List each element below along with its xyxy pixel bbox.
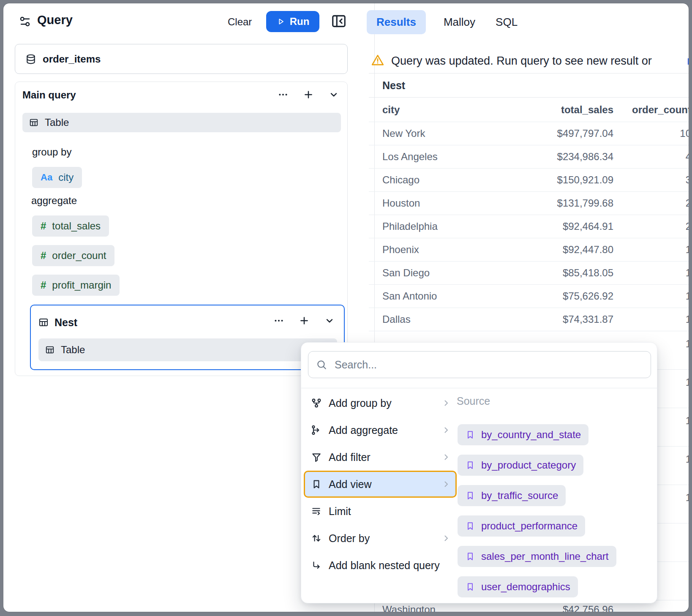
menu-item[interactable]: Add filter xyxy=(304,444,457,471)
cell-city: Phoenix xyxy=(382,244,532,256)
chevron-right-icon xyxy=(441,479,451,489)
main-query-view-row[interactable]: Table xyxy=(22,113,341,132)
table-row: Philadelphia $92,464.91 2 xyxy=(369,215,689,238)
view-option-chip[interactable]: product_performance xyxy=(458,515,585,537)
panel-left-close-icon xyxy=(331,13,347,29)
view-option-chip[interactable]: user_demographics xyxy=(458,576,578,597)
view-option-chip[interactable]: by_country_and_state xyxy=(458,424,588,445)
main-query-collapse-button[interactable] xyxy=(326,87,341,102)
clear-button[interactable]: Clear xyxy=(225,16,254,28)
view-option-chip[interactable]: sales_per_month_line_chart xyxy=(458,546,616,567)
menu-item[interactable]: Add view xyxy=(304,471,457,498)
aggregate-field-chip[interactable]: # order_count xyxy=(32,245,114,266)
bookmark-icon xyxy=(465,521,475,531)
cell-city: San Diego xyxy=(382,267,532,279)
source-selector[interactable]: order_items xyxy=(15,44,348,74)
search-input[interactable] xyxy=(334,358,643,371)
menu-item[interactable]: Add blank nested query xyxy=(304,552,457,579)
add-item-context-menu: Add group by Add aggregate Add filter xyxy=(301,342,657,603)
screen: Query Clear Run order_items Main query xyxy=(0,0,692,616)
collapse-panel-button[interactable] xyxy=(330,12,348,30)
cell-total-sales: $131,799.68 xyxy=(532,197,613,209)
cell-city: Philadelphia xyxy=(382,221,532,232)
chevron-right-icon xyxy=(441,398,451,408)
column-header-order-count[interactable]: order_count xyxy=(613,104,689,116)
main-query-add-button[interactable] xyxy=(301,87,316,102)
table-icon xyxy=(29,118,38,127)
menu-item-icon xyxy=(311,479,322,490)
tab-label: SQL xyxy=(496,16,518,28)
menu-item[interactable]: Add group by xyxy=(304,390,457,417)
menu-item-list: Add group by Add aggregate Add filter xyxy=(304,390,457,579)
chevron-right-icon xyxy=(441,452,451,462)
main-query-more-button[interactable] xyxy=(275,87,291,102)
nest-title: Nest xyxy=(54,316,77,329)
table-row: New York $497,797.04 10 xyxy=(369,122,689,145)
string-type-badge: Aa xyxy=(41,172,52,183)
menu-item-label: Add blank nested query xyxy=(329,559,440,572)
view-option-chip[interactable]: by_traffic_source xyxy=(458,485,566,506)
menu-item-icon xyxy=(311,533,322,544)
result-group-header: Nest xyxy=(382,79,405,92)
cell-city: Washington xyxy=(382,604,532,612)
cell-total-sales: $85,418.05 xyxy=(532,267,613,279)
cell-city: Chicago xyxy=(382,174,532,186)
ellipsis-icon xyxy=(278,89,289,100)
submenu-header: Source xyxy=(457,395,490,407)
bookmark-icon xyxy=(465,551,475,561)
search-icon xyxy=(316,359,327,370)
menu-divider xyxy=(301,388,658,388)
aggregate-field-chip[interactable]: # profit_margin xyxy=(32,275,120,296)
plus-icon xyxy=(303,89,314,100)
field-name: total_sales xyxy=(52,220,101,232)
cell-total-sales: $497,797.04 xyxy=(532,128,613,139)
cell-total-sales: $92,464.91 xyxy=(532,221,613,232)
bookmark-icon xyxy=(465,460,475,470)
run-button[interactable]: Run xyxy=(266,11,319,32)
cell-city: Houston xyxy=(382,197,532,209)
view-option-name: user_demographics xyxy=(481,581,570,593)
tab-label: Results xyxy=(376,16,416,28)
group-by-field-chip[interactable]: Aa city xyxy=(32,167,82,188)
menu-item[interactable]: Order by xyxy=(304,525,457,552)
column-header-total-sales[interactable]: total_sales xyxy=(532,104,613,116)
nest-view-row[interactable]: Table xyxy=(38,338,337,361)
menu-search-box[interactable] xyxy=(308,351,651,378)
chevron-right-icon xyxy=(441,533,451,543)
nest-add-button[interactable] xyxy=(297,313,312,328)
tab[interactable]: SQL xyxy=(493,10,520,34)
view-option-chip[interactable]: by_product_category xyxy=(458,455,583,476)
group-by-chips: Aa city xyxy=(32,167,82,188)
view-option-name: product_performance xyxy=(481,520,578,532)
table-icon xyxy=(45,345,54,354)
cell-city: San Antonio xyxy=(382,290,532,302)
tab[interactable]: Results xyxy=(367,10,426,34)
app-window: Query Clear Run order_items Main query xyxy=(3,3,689,612)
nest-more-button[interactable] xyxy=(271,313,286,328)
cell-total-sales: $150,921.09 xyxy=(532,174,613,186)
tab[interactable]: Malloy xyxy=(441,10,478,34)
nest-query-card[interactable]: Nest Table xyxy=(30,305,345,370)
warning-message: Query was updated. Run query to see new … xyxy=(391,55,652,68)
panel-title: Query xyxy=(37,13,73,27)
sliders-icon xyxy=(19,15,31,28)
menu-item[interactable]: Add aggregate xyxy=(304,417,457,444)
cell-total-sales: $234,986.34 xyxy=(532,151,613,163)
cell-order-count: 1 xyxy=(613,313,689,325)
nest-collapse-button[interactable] xyxy=(322,313,337,328)
table-row: San Diego $85,418.05 1 xyxy=(369,261,689,284)
aggregate-field-chip[interactable]: # total_sales xyxy=(32,215,109,237)
aggregate-label: aggregate xyxy=(31,195,77,207)
results-divider xyxy=(369,73,689,74)
column-header-city[interactable]: city xyxy=(382,104,532,116)
warning-link-clipped[interactable]: r xyxy=(687,55,689,68)
table-row: Los Angeles $234,986.34 4 xyxy=(369,145,689,168)
results-tabs: Results Malloy SQL xyxy=(367,10,520,34)
cell-city: Dallas xyxy=(382,313,532,325)
view-submenu-list: by_country_and_state by_product_category… xyxy=(458,424,616,597)
play-icon xyxy=(276,17,286,26)
menu-item-label: Add aggregate xyxy=(329,424,398,436)
menu-item[interactable]: Limit xyxy=(304,498,457,525)
menu-item-icon xyxy=(311,425,322,436)
number-type-badge: # xyxy=(41,220,46,232)
